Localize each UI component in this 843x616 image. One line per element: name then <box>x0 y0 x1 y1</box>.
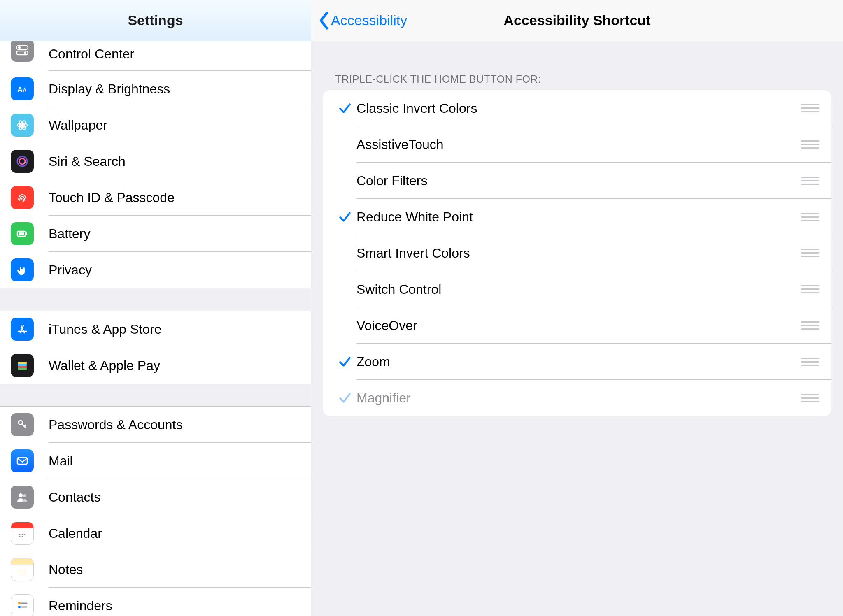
sidebar-item-itunes[interactable]: iTunes & App Store <box>0 311 311 347</box>
back-label: Accessibility <box>331 12 407 28</box>
contacts-icon <box>11 486 34 509</box>
sidebar-item-label: iTunes & App Store <box>49 322 162 337</box>
checkmark-icon <box>333 391 356 405</box>
shortcut-option[interactable]: VoiceOver <box>323 307 831 344</box>
sidebar-item-wallet[interactable]: Wallet & Apple Pay <box>0 347 311 384</box>
svg-point-33 <box>21 536 22 537</box>
svg-point-34 <box>22 536 23 537</box>
sidebar-item-privacy[interactable]: Privacy <box>0 252 311 288</box>
mail-icon <box>11 449 34 472</box>
reorder-handle-icon[interactable] <box>801 140 819 149</box>
svg-rect-14 <box>26 232 27 235</box>
sidebar-item-control-center[interactable]: Control Center <box>0 41 311 71</box>
sidebar-item-wallpaper[interactable]: Wallpaper <box>0 107 311 143</box>
shortcut-option-label: VoiceOver <box>356 318 417 333</box>
reorder-handle-icon[interactable] <box>801 104 819 112</box>
svg-point-3 <box>24 52 26 54</box>
checkmark-icon <box>333 354 356 369</box>
sidebar-item-calendar[interactable]: Calendar <box>0 515 311 551</box>
detail-pane: Accessibility Accessibility Shortcut TRI… <box>311 0 843 616</box>
svg-point-38 <box>18 602 21 604</box>
sidebar-item-label: Reminders <box>49 598 112 614</box>
reminders-icon <box>11 594 34 616</box>
shortcut-option[interactable]: Zoom <box>323 344 831 380</box>
sidebar-item-label: Mail <box>49 453 73 469</box>
reorder-handle-icon[interactable] <box>801 358 819 366</box>
reorder-handle-icon[interactable] <box>801 394 819 402</box>
checkmark-icon <box>333 209 356 224</box>
shortcut-option[interactable]: AssistiveTouch <box>323 126 831 163</box>
sidebar-item-mail[interactable]: Mail <box>0 443 311 479</box>
sidebar: Settings Control CenterAADisplay & Brigh… <box>0 0 311 616</box>
svg-point-27 <box>23 494 26 497</box>
sidebar-item-label: Control Center <box>49 46 134 62</box>
calendar-icon <box>11 522 34 545</box>
appstore-icon <box>11 318 34 341</box>
svg-rect-21 <box>18 368 27 370</box>
sidebar-item-notes[interactable]: Notes <box>0 551 311 588</box>
shortcut-option-label: Magnifier <box>356 391 411 406</box>
wallet-icon <box>11 354 34 377</box>
sidebar-item-label: Wallet & Apple Pay <box>49 358 160 373</box>
sidebar-item-label: Touch ID & Passcode <box>49 190 175 205</box>
shortcut-options-card: Classic Invert ColorsAssistiveTouchColor… <box>323 90 831 416</box>
shortcut-option-label: Zoom <box>356 354 390 370</box>
svg-point-6 <box>21 123 24 127</box>
shortcut-option-label: Switch Control <box>356 282 441 297</box>
detail-body: TRIPLE-CLICK THE HOME BUTTON FOR: Classi… <box>311 41 843 616</box>
siri-icon <box>11 150 34 173</box>
svg-point-39 <box>18 606 21 608</box>
checkmark-icon <box>333 101 356 116</box>
reorder-handle-icon[interactable] <box>801 177 819 185</box>
back-button[interactable]: Accessibility <box>319 12 503 30</box>
reorder-handle-icon[interactable] <box>801 285 819 293</box>
hand-icon <box>11 258 34 281</box>
svg-point-28 <box>19 534 20 535</box>
sidebar-item-contacts[interactable]: Contacts <box>0 479 311 515</box>
svg-rect-13 <box>19 232 24 235</box>
notes-icon <box>11 558 34 581</box>
sidebar-item-siri[interactable]: Siri & Search <box>0 143 311 179</box>
reorder-handle-icon[interactable] <box>801 249 819 257</box>
sidebar-item-touchid[interactable]: Touch ID & Passcode <box>0 179 311 216</box>
shortcut-option-label: AssistiveTouch <box>356 137 444 152</box>
toggles-icon <box>11 41 34 62</box>
shortcut-option[interactable]: Switch Control <box>323 271 831 307</box>
sidebar-item-label: Passwords & Accounts <box>49 417 182 432</box>
svg-point-26 <box>19 493 23 497</box>
sidebar-item-label: Wallpaper <box>49 118 107 133</box>
sidebar-list[interactable]: Control CenterAADisplay & BrightnessWall… <box>0 41 311 616</box>
sidebar-item-label: Siri & Search <box>49 154 126 169</box>
flower-icon <box>11 114 34 137</box>
sidebar-item-label: Battery <box>49 226 90 242</box>
svg-point-11 <box>19 158 25 164</box>
detail-header: Accessibility Accessibility Shortcut <box>311 0 843 41</box>
page-title: Accessibility Shortcut <box>503 12 650 28</box>
svg-point-32 <box>19 536 20 537</box>
sidebar-item-label: Contacts <box>49 490 100 505</box>
sidebar-header: Settings <box>0 0 311 41</box>
svg-point-30 <box>22 534 23 535</box>
shortcut-option[interactable]: Smart Invert Colors <box>323 235 831 271</box>
sidebar-item-label: Calendar <box>49 526 102 541</box>
sidebar-item-display[interactable]: AADisplay & Brightness <box>0 71 311 107</box>
sidebar-title: Settings <box>128 12 183 28</box>
reorder-handle-icon[interactable] <box>801 321 819 330</box>
sidebar-item-battery[interactable]: Battery <box>0 216 311 252</box>
svg-point-29 <box>21 534 22 535</box>
shortcut-option[interactable]: Magnifier <box>323 380 831 416</box>
reorder-handle-icon[interactable] <box>801 213 819 221</box>
shortcut-option[interactable]: Reduce White Point <box>323 199 831 235</box>
shortcut-option-label: Classic Invert Colors <box>356 101 477 116</box>
shortcut-option[interactable]: Color Filters <box>323 163 831 199</box>
svg-point-31 <box>24 534 25 535</box>
shortcut-option[interactable]: Classic Invert Colors <box>323 90 831 126</box>
shortcut-option-label: Reduce White Point <box>356 209 473 225</box>
sidebar-item-label: Notes <box>49 562 83 577</box>
sidebar-item-reminders[interactable]: Reminders <box>0 588 311 616</box>
battery-icon <box>11 222 34 245</box>
svg-point-1 <box>18 46 21 49</box>
sidebar-item-passwords[interactable]: Passwords & Accounts <box>0 407 311 443</box>
svg-line-24 <box>24 425 26 426</box>
text-size-icon: AA <box>11 77 34 100</box>
